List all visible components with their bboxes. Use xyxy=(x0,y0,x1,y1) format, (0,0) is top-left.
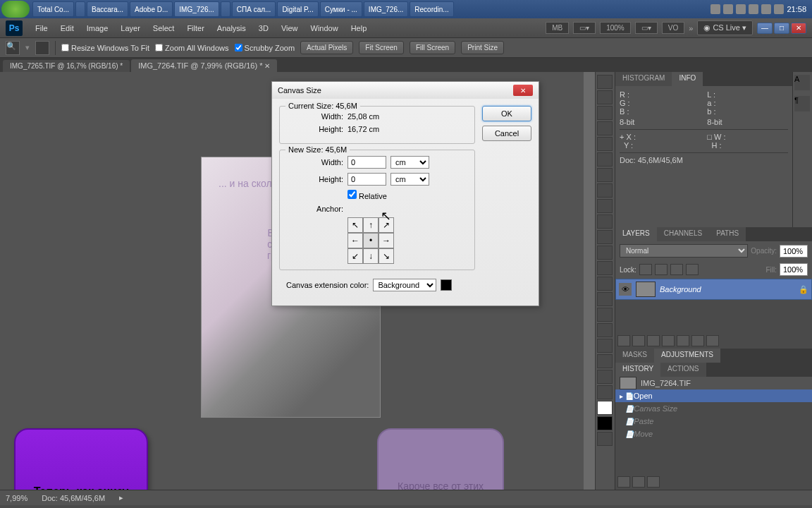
delete-state-icon[interactable] xyxy=(647,476,660,488)
new-document-icon[interactable] xyxy=(617,476,630,488)
task-item[interactable]: Adobe D... xyxy=(130,1,173,17)
zoom-level[interactable]: 7,99% xyxy=(6,494,27,502)
lasso-tool-icon[interactable] xyxy=(597,106,613,120)
brush-tool-icon[interactable] xyxy=(597,183,613,198)
foreground-color-icon[interactable] xyxy=(597,401,613,415)
lock-all-icon[interactable] xyxy=(686,264,699,275)
height-input[interactable] xyxy=(347,173,386,186)
status-arrow-icon[interactable]: ▸ xyxy=(119,493,123,502)
history-state[interactable]: 📄 Canvas Size xyxy=(615,402,812,415)
lock-position-icon[interactable] xyxy=(670,264,683,275)
opacity-input[interactable] xyxy=(780,245,808,258)
task-item[interactable]: СПА сал... xyxy=(232,1,276,17)
history-tab[interactable]: HISTORY xyxy=(615,363,660,377)
tray-icon[interactable] xyxy=(736,4,746,14)
dodge-tool-icon[interactable] xyxy=(597,277,613,291)
tray-icon[interactable] xyxy=(749,4,758,14)
lock-pixels-icon[interactable] xyxy=(655,264,668,275)
height-unit-select[interactable]: cm xyxy=(390,173,429,186)
lock-transparency-icon[interactable] xyxy=(639,264,652,275)
hand-tool-icon[interactable] xyxy=(597,370,613,384)
tray-icon[interactable] xyxy=(761,4,771,14)
path-tool-icon[interactable] xyxy=(597,323,613,337)
info-tab[interactable]: INFO xyxy=(672,72,703,86)
menu-edit[interactable]: Edit xyxy=(55,21,80,35)
document-tab[interactable]: IMG_7264.TIF @ 7,99% (RGB/16) * ✕ xyxy=(131,59,277,72)
tray-icon[interactable] xyxy=(723,4,733,14)
task-item[interactable] xyxy=(75,1,85,17)
channels-tab[interactable]: CHANNELS xyxy=(657,227,709,241)
task-item[interactable]: Total Co... xyxy=(32,1,74,17)
task-item[interactable]: Digital P... xyxy=(277,1,318,17)
width-input[interactable] xyxy=(347,156,386,169)
extension-color-select[interactable]: Background xyxy=(373,279,436,291)
anchor-nw[interactable]: ↖ xyxy=(347,217,363,233)
maximize-button[interactable]: □ xyxy=(774,23,789,34)
fill-screen-button[interactable]: Fill Screen xyxy=(410,41,455,54)
paragraph-panel-icon[interactable]: ¶ xyxy=(794,96,810,111)
color-swatch[interactable] xyxy=(441,279,452,291)
layer-name[interactable]: Background xyxy=(660,285,701,294)
menu-file[interactable]: File xyxy=(30,21,54,35)
print-size-button[interactable]: Print Size xyxy=(461,41,504,54)
menu-filter[interactable]: Filter xyxy=(181,21,209,35)
new-layer-icon[interactable] xyxy=(691,335,704,346)
clock[interactable]: 21:58 xyxy=(787,5,806,13)
adjustments-tab[interactable]: ADJUSTMENTS xyxy=(654,349,720,363)
fit-screen-button[interactable]: Fit Screen xyxy=(359,41,404,54)
actual-pixels-button[interactable]: Actual Pixels xyxy=(300,41,353,54)
marquee-tool-icon[interactable] xyxy=(597,90,613,104)
crop-tool-icon[interactable] xyxy=(597,137,613,151)
adjustment-layer-icon[interactable] xyxy=(662,335,675,346)
task-item[interactable]: Сумки - ... xyxy=(320,1,362,17)
cancel-button[interactable]: Cancel xyxy=(482,126,531,141)
eyedropper-tool-icon[interactable] xyxy=(597,152,613,167)
layer-group-icon[interactable] xyxy=(677,335,689,346)
actions-tab[interactable]: ACTIONS xyxy=(660,363,706,377)
masks-tab[interactable]: MASKS xyxy=(615,349,654,363)
screen-mode-dropdown[interactable]: ▭▾ xyxy=(573,22,596,34)
start-button[interactable] xyxy=(1,1,30,18)
background-color-icon[interactable] xyxy=(597,416,613,430)
task-item[interactable]: IMG_726... xyxy=(174,1,219,17)
wand-tool-icon[interactable] xyxy=(597,121,613,135)
task-item[interactable]: Baccara... xyxy=(87,1,128,17)
arrange-dropdown[interactable]: ▭▾ xyxy=(635,22,658,34)
layers-tab[interactable]: LAYERS xyxy=(615,227,657,241)
zoom-dropdown[interactable]: 100% xyxy=(600,22,631,34)
stamp-tool-icon[interactable] xyxy=(597,199,613,213)
task-item[interactable]: IMG_726... xyxy=(364,1,408,17)
minimize-button[interactable]: — xyxy=(757,23,773,34)
tray-icon[interactable] xyxy=(774,4,784,14)
history-state[interactable]: ▸ 📄 Open xyxy=(615,389,812,402)
document-tab[interactable]: IMG_7265.TIF @ 16,7% (RGB/16) * xyxy=(3,60,130,72)
menu-select[interactable]: Select xyxy=(147,21,180,35)
vertical-scrollbar[interactable] xyxy=(584,72,595,490)
zoom-all-checkbox[interactable]: Zoom All Windows xyxy=(155,44,228,52)
anchor-e[interactable]: → xyxy=(379,233,394,248)
relative-checkbox[interactable]: Relative xyxy=(347,190,387,200)
anchor-s[interactable]: ↓ xyxy=(363,248,379,264)
paths-tab[interactable]: PATHS xyxy=(709,227,746,241)
anchor-n[interactable]: ↑ xyxy=(363,217,379,233)
tray-icon[interactable] xyxy=(710,4,720,14)
zoom-tool-icon[interactable]: 🔍 xyxy=(6,41,20,55)
anchor-sw[interactable]: ↙ xyxy=(347,248,363,264)
character-panel-icon[interactable]: A xyxy=(794,75,810,90)
task-item[interactable] xyxy=(221,1,230,17)
doc-size[interactable]: Doc: 45,6M/45,6M xyxy=(42,494,105,502)
dialog-titlebar[interactable]: Canvas Size ✕ xyxy=(272,82,539,99)
layer-thumbnail[interactable] xyxy=(636,282,656,297)
3d-tool-icon[interactable] xyxy=(597,354,613,368)
history-snapshot[interactable]: IMG_7264.TIF xyxy=(615,377,812,389)
new-snapshot-icon[interactable] xyxy=(632,476,645,488)
layer-fx-icon[interactable] xyxy=(632,335,645,346)
menu-help[interactable]: Help xyxy=(345,21,373,35)
blend-mode-select[interactable]: Normal xyxy=(620,244,748,258)
pen-tool-icon[interactable] xyxy=(597,292,613,306)
quickmask-icon[interactable] xyxy=(597,432,613,446)
anchor-se[interactable]: ↘ xyxy=(379,248,394,264)
ok-button[interactable]: OK xyxy=(482,106,531,121)
anchor-ne[interactable]: ↗ xyxy=(379,217,394,233)
layer-row[interactable]: 👁 Background 🔒 xyxy=(615,279,812,300)
